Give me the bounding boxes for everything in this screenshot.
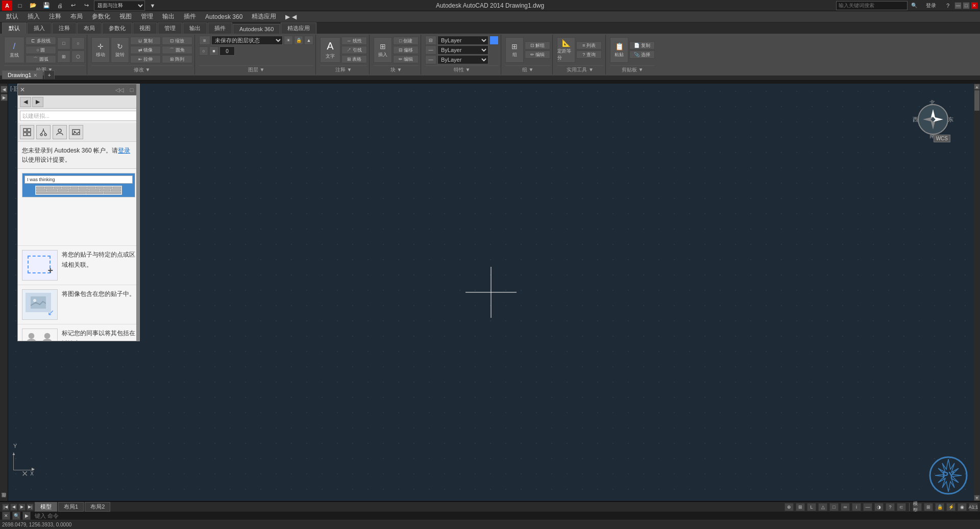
scrollbar-thumb[interactable] [974,90,979,111]
dynin-btn[interactable]: i [852,503,861,511]
model-toggle[interactable]: 模型 [913,503,922,511]
redo-btn[interactable]: ↪ [81,1,92,11]
scrollbar-track[interactable] [974,90,980,495]
leader-btn[interactable]: ↗ 引线 [341,46,367,54]
array-btn[interactable]: ⊞ 阵列 [162,55,192,63]
region-btn[interactable]: ⬡ [71,51,85,63]
lineweight-select[interactable]: ByLayer [437,55,488,64]
lw-btn[interactable]: — [863,503,872,511]
list-btn[interactable]: ≡ 列表 [576,41,602,49]
wcs-delete-icon[interactable]: ✕ [21,469,28,478]
measure-btn[interactable]: 📐 定距等分 [557,37,575,63]
open-btn[interactable]: 📂 [28,1,39,11]
menu-parametric[interactable]: 参数化 [88,11,114,22]
tab-featured[interactable]: 精选应用 [281,22,316,34]
menu-a360[interactable]: Autodesk 360 [201,12,247,21]
layout-nav-next[interactable]: ▶ [18,503,26,511]
snap-btn[interactable]: ⊕ [785,503,794,511]
sign-in-btn[interactable]: 登录 [921,1,941,11]
group-edit-btn[interactable]: ✏ 编辑 [525,51,550,59]
query-btn[interactable]: ? 查询 [576,51,602,59]
arc-btn[interactable]: ⌒ 圆弧 [26,55,56,63]
layer-btn-2[interactable]: 🔒 [294,36,303,45]
rotate-btn[interactable]: ↻ 旋转 [111,37,129,63]
panel-pin-btn[interactable]: ◁◁ [114,85,125,95]
cmd-nav-btn[interactable]: ▶ [22,512,31,520]
layer-btn-3[interactable]: ▲ [304,36,313,45]
ellipse-btn[interactable]: ○ [71,37,85,49]
minimize-btn[interactable]: — [954,2,962,9]
panel-resize-handle[interactable] [136,84,139,341]
undo-btn[interactable]: ↩ [67,1,79,11]
menu-featured[interactable]: 精选应用 [248,11,280,22]
panel-btn-2[interactable]: ▶ [1,94,8,101]
isolate-btn[interactable]: ◉ [958,503,967,511]
doc-tab-close[interactable]: ✕ [33,72,37,78]
layout-tab-model[interactable]: 模型 [35,502,57,512]
copy-clip-btn[interactable]: 📄 复制 [629,41,655,49]
panel-cut-btn[interactable] [36,125,51,139]
insert-btn[interactable]: ⊞ 插入 [374,37,392,63]
login-link[interactable]: 登录 [118,147,130,154]
fillet-btn[interactable]: ⌒ 圆角 [162,46,192,54]
paste-btn[interactable]: 📋 粘贴 [610,37,628,63]
save-btn[interactable]: 💾 [41,1,52,11]
panel-nav-fwd[interactable]: ▶ [32,97,43,107]
menu-expand[interactable]: ▶ ◀ [281,12,300,21]
mirror-btn[interactable]: ⇄ 镜像 [130,46,161,54]
workspace-select[interactable]: 题面与注释 [94,1,145,11]
move-btn[interactable]: ✛ 移动 [91,37,110,63]
design-panel-close-btn[interactable]: ✕ [20,86,25,93]
tp-btn[interactable]: ◑ [874,503,884,511]
paste-special-btn[interactable]: 📎 选择 [629,51,655,59]
menu-insert[interactable]: 插入 [23,11,44,22]
new-btn[interactable]: □ [14,1,26,11]
command-input[interactable] [33,512,978,520]
tab-parametric[interactable]: 参数化 [102,22,132,34]
menu-plugins[interactable]: 插件 [180,11,200,22]
tab-manage[interactable]: 管理 [158,22,182,34]
tab-view[interactable]: 视图 [133,22,157,34]
scrollbar-up-btn[interactable]: ▲ [974,84,980,90]
osnap-btn[interactable]: □ [829,503,839,511]
edit-attr-btn[interactable]: ⊟ 偏移 [393,46,419,54]
otrack-btn[interactable]: ∞ [841,503,850,511]
menu-default[interactable]: 默认 [2,11,22,22]
right-scrollbar[interactable]: ▲ ▼ [974,84,980,501]
design-panel-search-bar[interactable]: 以建研拟... [20,111,137,121]
ungroup-btn[interactable]: ⊡ 解组 [525,41,550,49]
match-prop-btn[interactable]: ⊟ [425,36,436,45]
layer-btn-5[interactable]: ■ [209,46,218,56]
panel-user-btn[interactable] [53,125,67,139]
tab-annotate[interactable]: 注释 [52,22,77,34]
cmd-search-btn[interactable]: 🔍 [12,512,20,520]
global-search[interactable] [836,1,908,10]
polar-btn[interactable]: △ [818,503,827,511]
maximize-btn[interactable]: □ [963,2,970,9]
hardware-accel[interactable]: ⚡ [946,503,955,511]
panel-image-btn[interactable] [69,125,83,139]
menu-layout[interactable]: 布局 [66,11,87,22]
panel-grid-btn[interactable] [20,125,34,139]
anno-scale[interactable]: A1:1 [969,503,978,511]
tab-default[interactable]: 默认 [2,22,27,34]
color-select[interactable]: ByLayer [437,36,488,45]
design-panel-scroll[interactable]: 您未登录到 Autodesk 360 帐户。请登录以使用设计提要。 I was … [18,142,139,341]
panel-float-btn[interactable]: □ [126,85,137,95]
layer-btn-1[interactable]: ☀ [284,36,293,45]
tab-output[interactable]: 输出 [183,22,207,34]
layout-tab-1[interactable]: 布局1 [58,502,84,512]
app-icon[interactable]: A [2,1,12,11]
create-block-btn[interactable]: □ 创建 [393,37,419,45]
table-btn[interactable]: ⊞ 表格 [341,55,367,63]
scale-btn[interactable]: ⊡ 缩放 [162,37,192,45]
ortho-btn[interactable]: L [807,503,816,511]
prop-btn-3[interactable]: — [425,55,436,64]
menu-manage[interactable]: 管理 [137,11,157,22]
stretch-btn[interactable]: ⇤ 拉伸 [130,55,161,63]
layer-num-input[interactable]: 0 [219,46,235,56]
layout-nav-prev[interactable]: ◀ [10,503,17,511]
qp-btn[interactable]: ? [886,503,895,511]
lock-ui-btn[interactable]: 🔒 [935,503,944,511]
tab-a360[interactable]: Autodesk 360 [233,24,280,34]
